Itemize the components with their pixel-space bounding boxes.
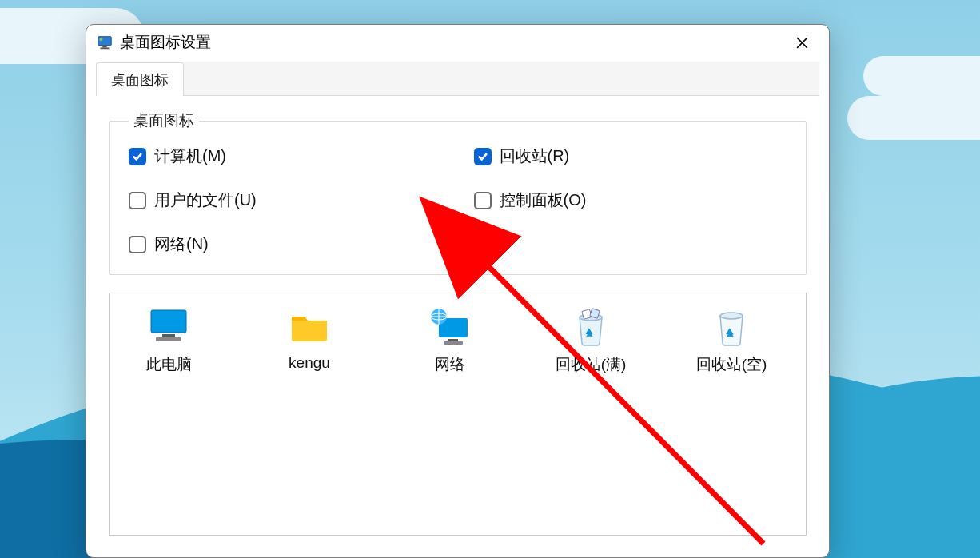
- checkbox-box: [129, 148, 146, 165]
- checkbox-box: [474, 148, 492, 165]
- this-pc-icon: [147, 306, 190, 346]
- close-button[interactable]: [784, 26, 819, 58]
- checkbox-control-panel[interactable]: 控制面板(O): [474, 189, 787, 211]
- group-legend: 桌面图标: [129, 110, 199, 131]
- svg-rect-1: [102, 46, 107, 48]
- icon-label: 回收站(满): [556, 354, 627, 375]
- preview-this-pc[interactable]: 此电脑: [118, 306, 220, 375]
- window-content: 桌面图标 计算机(M) 回收站(R): [86, 96, 829, 557]
- svg-rect-11: [448, 339, 458, 341]
- checkbox-label: 网络(N): [154, 233, 209, 255]
- svg-point-3: [99, 38, 102, 41]
- svg-rect-9: [156, 337, 181, 341]
- folder-icon: [288, 306, 331, 346]
- svg-rect-12: [444, 341, 463, 345]
- close-icon: [795, 36, 809, 50]
- recycle-bin-empty-icon: [710, 306, 753, 346]
- checkbox-computer[interactable]: 计算机(M): [129, 145, 442, 167]
- network-icon: [428, 306, 472, 346]
- desktop-icon-settings-window: 桌面图标设置 桌面图标 桌面图标 计算机(M): [86, 24, 830, 558]
- checkbox-box: [129, 236, 146, 253]
- preview-user-folder[interactable]: kengu: [258, 306, 361, 372]
- tab-desktop-icons[interactable]: 桌面图标: [96, 62, 184, 96]
- svg-rect-6: [151, 310, 186, 333]
- checkbox-label: 用户的文件(U): [154, 189, 257, 211]
- svg-rect-2: [101, 47, 110, 49]
- window-icon: [96, 34, 114, 51]
- preview-recycle-empty[interactable]: 回收站(空): [680, 306, 783, 375]
- preview-recycle-full[interactable]: 回收站(满): [540, 306, 642, 375]
- preview-network[interactable]: 网络: [399, 306, 501, 375]
- checkbox-box: [129, 192, 146, 209]
- checkbox-recycle-bin[interactable]: 回收站(R): [474, 145, 787, 167]
- svg-point-20: [720, 313, 743, 319]
- icon-label: 回收站(空): [696, 354, 767, 375]
- desktop-icons-group: 桌面图标 计算机(M) 回收站(R): [109, 110, 807, 275]
- title-bar: 桌面图标设置: [86, 25, 829, 60]
- icon-label: 网络: [435, 354, 465, 375]
- checkbox-label: 控制面板(O): [500, 189, 587, 211]
- window-title: 桌面图标设置: [120, 32, 211, 53]
- icon-preview-box: 此电脑 kengu: [109, 293, 807, 536]
- checkbox-user-files[interactable]: 用户的文件(U): [129, 189, 442, 211]
- checkbox-box: [474, 192, 492, 209]
- checkbox-label: 计算机(M): [154, 145, 226, 167]
- checkbox-label: 回收站(R): [500, 145, 570, 167]
- tab-strip: 桌面图标: [96, 62, 819, 96]
- checkbox-network[interactable]: 网络(N): [129, 233, 442, 255]
- recycle-bin-full-icon: [569, 306, 612, 346]
- svg-rect-0: [98, 37, 112, 46]
- icon-label: 此电脑: [146, 354, 192, 375]
- icon-label: kengu: [289, 354, 330, 372]
- svg-rect-8: [162, 334, 175, 337]
